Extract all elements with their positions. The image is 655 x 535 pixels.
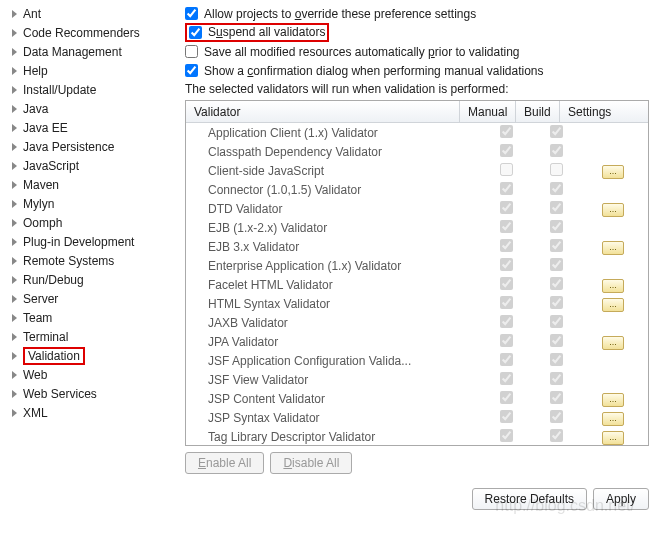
manual-checkbox[interactable] bbox=[500, 239, 513, 252]
col-manual[interactable]: Manual bbox=[460, 101, 516, 122]
tree-item-terminal[interactable]: Terminal bbox=[6, 327, 175, 346]
build-checkbox[interactable] bbox=[550, 220, 563, 233]
tree-item-web-services[interactable]: Web Services bbox=[6, 384, 175, 403]
settings-button[interactable]: ... bbox=[602, 298, 624, 312]
tree-item-java-persistence[interactable]: Java Persistence bbox=[6, 137, 175, 156]
table-row[interactable]: JSF Application Configuration Valida... bbox=[186, 351, 648, 370]
table-row[interactable]: HTML Syntax Validator... bbox=[186, 294, 648, 313]
table-row[interactable]: Tag Library Descriptor Validator... bbox=[186, 427, 648, 445]
tree-item-ant[interactable]: Ant bbox=[6, 4, 175, 23]
table-row[interactable]: JSF View Validator bbox=[186, 370, 648, 389]
table-row[interactable]: Client-side JavaScript... bbox=[186, 161, 648, 180]
tree-item-validation[interactable]: Validation bbox=[6, 346, 175, 365]
disable-all-button[interactable]: Disable All bbox=[270, 452, 352, 474]
tree-item-web[interactable]: Web bbox=[6, 365, 175, 384]
build-checkbox[interactable] bbox=[550, 429, 563, 442]
build-checkbox[interactable] bbox=[550, 239, 563, 252]
table-row[interactable]: JSP Content Validator... bbox=[186, 389, 648, 408]
manual-checkbox[interactable] bbox=[500, 296, 513, 309]
tree-item-maven[interactable]: Maven bbox=[6, 175, 175, 194]
manual-checkbox[interactable] bbox=[500, 410, 513, 423]
save-modified-checkbox[interactable] bbox=[185, 45, 198, 58]
build-checkbox[interactable] bbox=[550, 296, 563, 309]
col-validator[interactable]: Validator bbox=[186, 101, 460, 122]
preferences-tree[interactable]: AntCode RecommendersData ManagementHelpI… bbox=[0, 0, 175, 535]
settings-button[interactable]: ... bbox=[602, 393, 624, 407]
table-row[interactable]: JPA Validator... bbox=[186, 332, 648, 351]
table-row[interactable]: EJB (1.x-2.x) Validator bbox=[186, 218, 648, 237]
tree-item-java-ee[interactable]: Java EE bbox=[6, 118, 175, 137]
apply-button[interactable]: Apply bbox=[593, 488, 649, 510]
build-checkbox[interactable] bbox=[550, 410, 563, 423]
manual-checkbox[interactable] bbox=[500, 429, 513, 442]
build-checkbox[interactable] bbox=[550, 125, 563, 138]
manual-checkbox[interactable] bbox=[500, 353, 513, 366]
manual-checkbox[interactable] bbox=[500, 315, 513, 328]
tree-item-server[interactable]: Server bbox=[6, 289, 175, 308]
manual-checkbox[interactable] bbox=[500, 125, 513, 138]
build-checkbox[interactable] bbox=[550, 163, 563, 176]
settings-button[interactable]: ... bbox=[602, 412, 624, 426]
settings-button[interactable]: ... bbox=[602, 431, 624, 445]
manual-checkbox[interactable] bbox=[500, 334, 513, 347]
build-checkbox[interactable] bbox=[550, 334, 563, 347]
tree-item-xml[interactable]: XML bbox=[6, 403, 175, 422]
build-checkbox[interactable] bbox=[550, 201, 563, 214]
build-checkbox[interactable] bbox=[550, 391, 563, 404]
validator-name: Client-side JavaScript bbox=[186, 164, 478, 178]
tree-item-code-recommenders[interactable]: Code Recommenders bbox=[6, 23, 175, 42]
build-checkbox[interactable] bbox=[550, 372, 563, 385]
settings-button[interactable]: ... bbox=[602, 241, 624, 255]
build-checkbox[interactable] bbox=[550, 144, 563, 157]
chevron-right-icon bbox=[12, 390, 17, 398]
manual-checkbox[interactable] bbox=[500, 201, 513, 214]
table-row[interactable]: Application Client (1.x) Validator bbox=[186, 123, 648, 142]
tree-item-run-debug[interactable]: Run/Debug bbox=[6, 270, 175, 289]
col-settings[interactable]: Settings bbox=[560, 101, 630, 122]
tree-item-data-management[interactable]: Data Management bbox=[6, 42, 175, 61]
build-checkbox[interactable] bbox=[550, 182, 563, 195]
manual-checkbox[interactable] bbox=[500, 391, 513, 404]
build-checkbox[interactable] bbox=[550, 277, 563, 290]
build-checkbox[interactable] bbox=[550, 258, 563, 271]
tree-item-mylyn[interactable]: Mylyn bbox=[6, 194, 175, 213]
manual-checkbox[interactable] bbox=[500, 372, 513, 385]
tree-item-javascript[interactable]: JavaScript bbox=[6, 156, 175, 175]
table-row[interactable]: JSP Syntax Validator... bbox=[186, 408, 648, 427]
tree-item-oomph[interactable]: Oomph bbox=[6, 213, 175, 232]
settings-button[interactable]: ... bbox=[602, 203, 624, 217]
build-checkbox[interactable] bbox=[550, 315, 563, 328]
confirm-dialog-checkbox[interactable] bbox=[185, 64, 198, 77]
suspend-validators-checkbox[interactable] bbox=[189, 26, 202, 39]
manual-checkbox[interactable] bbox=[500, 182, 513, 195]
settings-button[interactable]: ... bbox=[602, 336, 624, 350]
manual-checkbox[interactable] bbox=[500, 258, 513, 271]
table-row[interactable]: Facelet HTML Validator... bbox=[186, 275, 648, 294]
tree-item-help[interactable]: Help bbox=[6, 61, 175, 80]
table-row[interactable]: EJB 3.x Validator... bbox=[186, 237, 648, 256]
table-row[interactable]: Classpath Dependency Validator bbox=[186, 142, 648, 161]
allow-override-checkbox[interactable] bbox=[185, 7, 198, 20]
table-body[interactable]: Application Client (1.x) ValidatorClassp… bbox=[186, 123, 648, 445]
tree-item-team[interactable]: Team bbox=[6, 308, 175, 327]
manual-checkbox[interactable] bbox=[500, 220, 513, 233]
table-row[interactable]: Connector (1.0,1.5) Validator bbox=[186, 180, 648, 199]
manual-checkbox[interactable] bbox=[500, 277, 513, 290]
enable-all-button[interactable]: Enable All bbox=[185, 452, 264, 474]
col-build[interactable]: Build bbox=[516, 101, 560, 122]
table-row[interactable]: DTD Validator... bbox=[186, 199, 648, 218]
table-row[interactable]: Enterprise Application (1.x) Validator bbox=[186, 256, 648, 275]
table-row[interactable]: JAXB Validator bbox=[186, 313, 648, 332]
chevron-right-icon bbox=[12, 295, 17, 303]
settings-button[interactable]: ... bbox=[602, 279, 624, 293]
manual-checkbox[interactable] bbox=[500, 144, 513, 157]
tree-item-java[interactable]: Java bbox=[6, 99, 175, 118]
tree-item-remote-systems[interactable]: Remote Systems bbox=[6, 251, 175, 270]
tree-item-install-update[interactable]: Install/Update bbox=[6, 80, 175, 99]
validator-name: Application Client (1.x) Validator bbox=[186, 126, 478, 140]
tree-item-plug-in-development[interactable]: Plug-in Development bbox=[6, 232, 175, 251]
manual-checkbox[interactable] bbox=[500, 163, 513, 176]
restore-defaults-button[interactable]: Restore Defaults bbox=[472, 488, 587, 510]
settings-button[interactable]: ... bbox=[602, 165, 624, 179]
build-checkbox[interactable] bbox=[550, 353, 563, 366]
